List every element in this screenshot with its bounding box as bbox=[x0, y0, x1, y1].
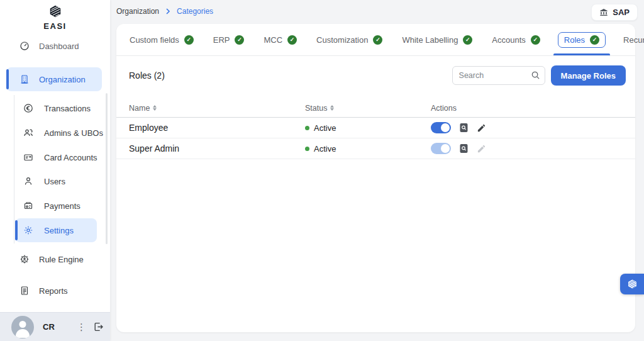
sidebar-logo: EASI bbox=[0, 0, 110, 35]
sidebar-item-dashboard[interactable]: Dashboard bbox=[6, 34, 102, 58]
column-header-name[interactable]: Name bbox=[129, 104, 305, 113]
tab-label: Customization bbox=[316, 35, 368, 45]
active-indicator-bar bbox=[15, 220, 18, 240]
sap-button-label: SAP bbox=[613, 8, 630, 17]
sidebar-item-label: Rule Engine bbox=[39, 255, 84, 264]
sidebar-scrollbar[interactable] bbox=[106, 93, 108, 244]
tab-label: Recurring Transactions bbox=[623, 35, 644, 45]
building-icon bbox=[19, 74, 30, 85]
sidebar-item-card-accounts[interactable]: Card Accounts bbox=[15, 145, 97, 169]
status-dot-icon bbox=[305, 147, 309, 151]
easi-logo-icon bbox=[48, 4, 62, 21]
panel-title: Roles (2) bbox=[129, 70, 165, 81]
column-header-actions: Actions bbox=[431, 104, 635, 113]
sidebar-footer: CR ⋮ bbox=[0, 312, 110, 341]
bank-icon bbox=[599, 8, 608, 17]
table-row: Employee Active bbox=[116, 118, 635, 138]
floating-easi-widget-button[interactable] bbox=[620, 274, 644, 294]
check-circle-icon bbox=[287, 35, 297, 45]
check-circle-icon bbox=[235, 35, 244, 45]
breadcrumb: Organization Categories bbox=[116, 7, 213, 16]
table-row: Super Admin Active bbox=[116, 138, 635, 159]
search-icon bbox=[531, 70, 540, 82]
card-icon bbox=[23, 152, 34, 163]
view-role-file-icon[interactable] bbox=[459, 123, 469, 133]
check-circle-icon bbox=[373, 35, 382, 45]
sidebar-item-reports[interactable]: Reports bbox=[6, 279, 102, 303]
column-label: Actions bbox=[431, 104, 457, 113]
sidebar-item-rule-engine[interactable]: Rule Engine bbox=[6, 247, 102, 271]
sidebar-item-label: Settings bbox=[44, 226, 74, 235]
tab-custom-fields[interactable]: Custom fields bbox=[128, 32, 196, 48]
tab-mcc[interactable]: MCC bbox=[262, 32, 299, 48]
tab-erp[interactable]: ERP bbox=[211, 32, 247, 48]
tab-recurring-transactions[interactable]: Recurring Transactions bbox=[621, 32, 644, 48]
view-role-file-icon[interactable] bbox=[459, 143, 469, 154]
user-avatar[interactable] bbox=[11, 316, 34, 338]
settings-tabs: Custom fields ERP MCC Customization Whit… bbox=[116, 24, 635, 56]
check-circle-icon bbox=[590, 35, 599, 45]
status-label: Active bbox=[314, 144, 336, 154]
check-circle-icon bbox=[184, 35, 194, 45]
edit-pencil-icon[interactable] bbox=[477, 123, 486, 133]
status-dot-icon bbox=[305, 126, 309, 130]
role-active-toggle[interactable] bbox=[431, 122, 451, 133]
sort-icon[interactable] bbox=[330, 105, 334, 111]
sort-icon[interactable] bbox=[153, 105, 157, 111]
user-initials: CR bbox=[43, 322, 55, 332]
sidebar-item-transactions[interactable]: Transactions bbox=[15, 96, 97, 120]
breadcrumb-organization[interactable]: Organization bbox=[116, 7, 159, 16]
sidebar: Dashboard EASI Organization bbox=[0, 0, 110, 341]
easi-hexagon-icon bbox=[627, 279, 638, 289]
roles-table: Name Status Actions Employee Active bbox=[116, 99, 635, 159]
logout-icon[interactable] bbox=[93, 321, 104, 332]
sidebar-item-admins-ubos[interactable]: Admins & UBOs bbox=[15, 121, 97, 145]
sidebar-item-users[interactable]: Users bbox=[15, 169, 97, 193]
sidebar-item-label: Card Accounts bbox=[44, 153, 97, 162]
content-card: Custom fields ERP MCC Customization Whit… bbox=[116, 24, 635, 332]
sidebar-item-settings[interactable]: Settings bbox=[15, 218, 97, 242]
sap-button[interactable]: SAP bbox=[591, 4, 638, 21]
roles-toolbar: Roles (2) Manage Roles bbox=[116, 62, 635, 89]
edit-pencil-icon-disabled[interactable] bbox=[477, 144, 486, 154]
rule-engine-gear-icon bbox=[19, 254, 30, 265]
payments-icon bbox=[23, 200, 34, 211]
breadcrumb-categories[interactable]: Categories bbox=[177, 7, 213, 16]
check-circle-icon bbox=[463, 35, 472, 45]
column-label: Name bbox=[129, 104, 150, 113]
sidebar-item-label: Organization bbox=[39, 75, 86, 84]
column-label: Status bbox=[305, 104, 327, 113]
sidebar-item-label: Reports bbox=[39, 286, 68, 296]
sidebar-item-label: Admins & UBOs bbox=[44, 128, 103, 138]
role-name: Employee bbox=[129, 123, 305, 133]
gear-icon bbox=[23, 225, 34, 236]
tab-white-labelling[interactable]: White Labelling bbox=[400, 32, 474, 48]
manage-roles-button[interactable]: Manage Roles bbox=[551, 65, 626, 86]
tab-customization[interactable]: Customization bbox=[314, 32, 384, 48]
column-header-status[interactable]: Status bbox=[305, 104, 431, 113]
tab-label: Custom fields bbox=[130, 35, 179, 45]
tab-accounts[interactable]: Accounts bbox=[490, 32, 541, 48]
chevron-right-icon bbox=[164, 8, 172, 15]
table-header-row: Name Status Actions bbox=[116, 99, 635, 118]
check-circle-icon bbox=[531, 35, 540, 45]
sidebar-item-label: Users bbox=[44, 177, 65, 186]
tab-roles[interactable]: Roles bbox=[558, 32, 606, 48]
sidebar-item-payments[interactable]: Payments bbox=[15, 194, 97, 218]
sidebar-item-organization[interactable]: Organization bbox=[6, 67, 102, 91]
sidebar-item-label: Transactions bbox=[44, 104, 91, 113]
tab-label: White Labelling bbox=[402, 35, 458, 45]
tab-label: MCC bbox=[264, 35, 282, 45]
status-label: Active bbox=[314, 123, 336, 133]
status-badge: Active bbox=[305, 144, 431, 154]
indent-guide-line bbox=[14, 95, 14, 243]
sidebar-item-label: Payments bbox=[44, 201, 80, 211]
sidebar-item-label: Dashboard bbox=[39, 42, 79, 51]
more-options-icon[interactable]: ⋮ bbox=[75, 321, 88, 333]
report-document-icon bbox=[19, 285, 30, 296]
tab-label: Roles bbox=[564, 35, 585, 45]
user-icon bbox=[23, 176, 34, 187]
people-icon bbox=[23, 127, 34, 138]
role-active-toggle-disabled[interactable] bbox=[431, 143, 451, 154]
status-badge: Active bbox=[305, 123, 431, 133]
